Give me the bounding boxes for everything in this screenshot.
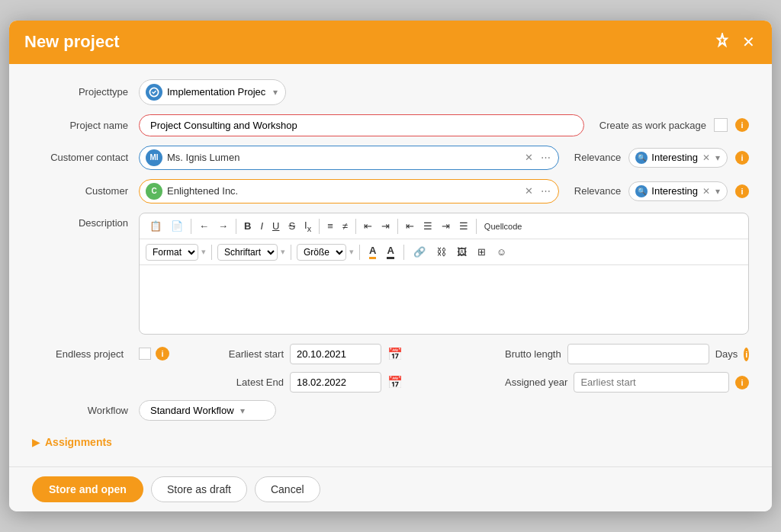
format-select[interactable]: Format (146, 244, 198, 261)
tb-specialchar-button[interactable]: ☺ (493, 244, 510, 260)
store-draft-button[interactable]: Store as draft (151, 476, 247, 502)
relevance2-label: Relevance (574, 185, 621, 197)
customer-clear-button[interactable]: ✕ (523, 185, 535, 197)
tb-aligncenter-button[interactable]: ☰ (419, 218, 436, 234)
close-button[interactable]: ✕ (741, 31, 757, 53)
assignments-row: ▶ Assignments (32, 430, 749, 451)
tb-unlink-button[interactable]: ⛓ (432, 244, 450, 260)
earliest-start-row: Earliest start 📅 (215, 344, 493, 364)
customer-label: Customer (32, 185, 139, 197)
customer-contact-value: Ms. Ignis Lumen (167, 152, 519, 163)
customer-contact-more-button[interactable]: ⋯ (539, 152, 552, 163)
earliest-start-input[interactable] (290, 344, 381, 364)
tb-indent-button[interactable]: ⇥ (378, 218, 394, 234)
earliest-start-calendar-icon[interactable]: 📅 (387, 347, 403, 361)
cancel-button[interactable]: Cancel (255, 476, 320, 502)
date-section: Endless project i Earliest start 📅 Lates… (32, 344, 749, 393)
tb-orderedlist-button[interactable]: ≡ (323, 218, 337, 234)
relevance2-clear-button[interactable]: ✕ (702, 186, 711, 197)
description-editor-body[interactable] (140, 265, 748, 334)
endless-label: Endless project (56, 348, 128, 360)
tb-italic-button[interactable]: I (256, 218, 267, 234)
projecttype-row: Projecttype Implementation Projec ▾ (32, 79, 749, 105)
create-work-package-checkbox[interactable] (714, 118, 728, 132)
customer-contact-avatar: MI (146, 149, 162, 166)
projecttype-value: Implementation Projec (167, 86, 265, 98)
tb-alignleft-button[interactable]: ⇤ (402, 218, 418, 234)
endless-section: Endless project (32, 344, 139, 360)
create-work-package-label: Create as work package (599, 120, 706, 131)
tb-alignright-button[interactable]: ⇥ (438, 218, 454, 234)
tb-sourcecode-button[interactable]: Quellcode (480, 218, 526, 234)
schriftart-select[interactable]: Schriftart (217, 244, 278, 261)
project-name-input[interactable] (139, 114, 584, 136)
tb-sep7 (211, 245, 212, 260)
relevance1-tag: 🔍 Interesting ✕ ▾ (628, 148, 728, 168)
create-work-package-info-icon[interactable]: i (735, 118, 749, 132)
assignments-arrow-icon[interactable]: ▶ (32, 436, 40, 448)
endless-checkbox[interactable] (139, 348, 151, 360)
tb-sep6 (476, 219, 477, 234)
right-fields: Brutto length Days i Assigned year i (505, 344, 749, 393)
assigned-year-input[interactable] (574, 372, 729, 393)
dialog-body: Projecttype Implementation Projec ▾ Proj… (9, 64, 772, 467)
relevance2-tag: 🔍 Interesting ✕ ▾ (628, 181, 728, 201)
endless-info-icon[interactable]: i (156, 347, 169, 361)
latest-end-calendar-icon[interactable]: 📅 (387, 375, 403, 389)
customer-contact-clear-button[interactable]: ✕ (523, 152, 535, 163)
brutto-input[interactable] (567, 344, 709, 364)
tb-bgcolor-button[interactable]: A (383, 242, 397, 261)
tb-sep9 (359, 245, 360, 260)
dialog-header-actions: ✕ (713, 31, 757, 53)
assignments-label[interactable]: Assignments (45, 436, 112, 448)
tb-sourcecode-label: Quellcode (484, 222, 522, 231)
tb-undo-button[interactable]: ← (195, 218, 213, 234)
customer-contact-input[interactable]: MI Ms. Ignis Lumen ✕ ⋯ (139, 146, 559, 170)
latest-end-input[interactable] (290, 372, 381, 393)
grosse-select[interactable]: Größe (297, 244, 346, 261)
tb-redo-button[interactable]: → (214, 218, 232, 234)
workflow-select[interactable]: Standard Workflow ▾ (139, 400, 276, 421)
tb-fontcolor-button[interactable]: A (365, 242, 380, 261)
dialog-title: New project (24, 32, 120, 52)
customer-more-button[interactable]: ⋯ (539, 185, 552, 197)
tb-strikethrough-button[interactable]: S (284, 218, 299, 234)
store-open-button[interactable]: Store and open (32, 476, 143, 502)
tb-bold-button[interactable]: B (240, 218, 255, 234)
relevance1-arrow-button[interactable]: ▾ (715, 152, 721, 163)
tb-sep5 (397, 219, 398, 234)
tb-sep3 (319, 219, 320, 234)
relevance1-clear-button[interactable]: ✕ (702, 152, 711, 163)
relevance2-info-icon[interactable]: i (735, 184, 749, 198)
assigned-year-info-icon[interactable]: i (735, 376, 749, 389)
projecttype-icon (146, 84, 162, 101)
endless-controls: i (139, 344, 169, 361)
assigned-year-label: Assigned year (505, 377, 567, 388)
tb-unorderedlist-button[interactable]: ≠ (339, 218, 352, 234)
projecttype-select[interactable]: Implementation Projec ▾ (139, 79, 286, 105)
tb-sep4 (355, 219, 356, 234)
brutto-length-label: Brutto length (505, 348, 561, 360)
relevance1-section: Relevance 🔍 Interesting ✕ ▾ i (574, 148, 749, 168)
tb-underline-button[interactable]: U (268, 218, 283, 234)
customer-input[interactable]: C Enlightened Inc. ✕ ⋯ (139, 179, 559, 204)
customer-contact-field: MI Ms. Ignis Lumen ✕ ⋯ (139, 146, 559, 170)
tb-table-button[interactable]: ⊞ (474, 244, 490, 260)
relevance1-value: Interesting (651, 152, 698, 163)
relevance2-arrow-button[interactable]: ▾ (715, 186, 721, 197)
relevance1-info-icon[interactable]: i (735, 151, 749, 165)
tb-alignjustify-button[interactable]: ☰ (455, 218, 472, 234)
pin-button[interactable] (713, 31, 731, 53)
tb-sep8 (291, 245, 291, 260)
tb-clearformat-button[interactable]: Ix (301, 217, 315, 236)
tb-copy-button[interactable]: 📋 (146, 218, 166, 234)
tb-outdent-button[interactable]: ⇤ (360, 218, 376, 234)
workflow-row: Workflow Standard Workflow ▾ (32, 400, 749, 421)
tb-link-button[interactable]: 🔗 (410, 244, 429, 260)
relevance2-icon: 🔍 (635, 185, 648, 197)
brutto-info-icon[interactable]: i (744, 348, 749, 361)
tb-paste-button[interactable]: 📄 (167, 218, 187, 234)
tb-image-button[interactable]: 🖼 (453, 244, 471, 260)
customer-contact-label: Customer contact (32, 152, 139, 163)
relevance1-icon: 🔍 (635, 152, 648, 164)
